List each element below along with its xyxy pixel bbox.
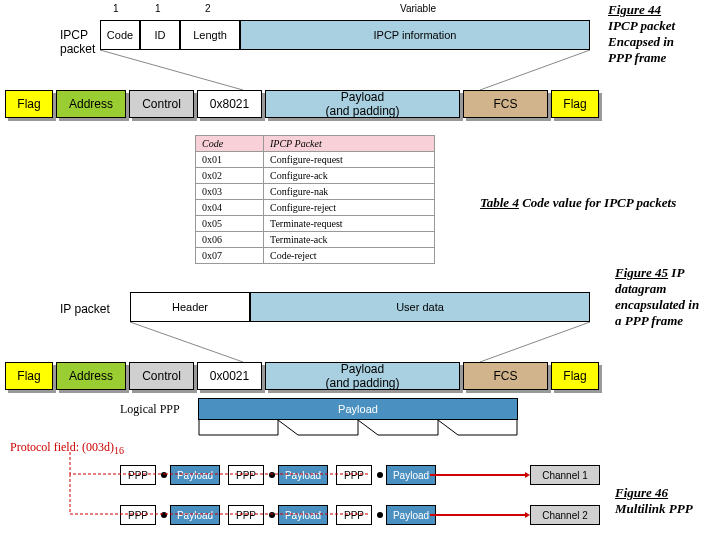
ipcp-info: IPCP information	[240, 20, 590, 50]
v5: Terminate-ack	[264, 232, 435, 248]
fig44-l2: Encapsed in	[608, 34, 718, 50]
fig45-l1: IP	[671, 265, 684, 280]
tick-var: Variable	[400, 3, 436, 14]
ipcp-code: Code	[100, 20, 140, 50]
f2-flag1: Flag	[5, 362, 53, 390]
f1-address: Address	[56, 90, 126, 118]
c5: 0x06	[196, 232, 264, 248]
table-row: 0x04Configure-reject	[196, 200, 435, 216]
table-row: 0x01Configure-request	[196, 152, 435, 168]
v0: Configure-request	[264, 152, 435, 168]
ip-userdata: User data	[250, 292, 590, 322]
f1-fcs: FCS	[463, 90, 548, 118]
code-table: CodeIPCP Packet 0x01Configure-request 0x…	[195, 135, 435, 264]
ipcp-length: Length	[180, 20, 240, 50]
v1: Configure-ack	[264, 168, 435, 184]
table-row: 0x02Configure-ack	[196, 168, 435, 184]
v4: Terminate-request	[264, 216, 435, 232]
v3: Configure-reject	[264, 200, 435, 216]
th-pkt: IPCP Packet	[264, 136, 435, 152]
svg-line-2	[130, 322, 243, 362]
f2-fcs: FCS	[463, 362, 548, 390]
table-row: 0x07Code-reject	[196, 248, 435, 264]
fig45-l3: encapsulated in	[615, 297, 720, 313]
f1-control: Control	[129, 90, 194, 118]
trapezoid-1	[0, 50, 720, 90]
tick-1b: 1	[155, 3, 161, 14]
svg-line-1	[480, 50, 590, 90]
svg-line-0	[100, 50, 243, 90]
fig46-l1: Multilink PPP	[615, 501, 720, 517]
f1-payload: Payload (and padding)	[265, 90, 460, 118]
f2-address: Address	[56, 362, 126, 390]
table-row: 0x03Configure-nak	[196, 184, 435, 200]
svg-line-6	[278, 420, 298, 435]
fig44-title: Figure 44	[608, 2, 718, 18]
arrow-ch1	[430, 472, 530, 482]
ip-header: Header	[130, 292, 250, 322]
c6: 0x07	[196, 248, 264, 264]
fig44-l1: IPCP packet	[608, 18, 718, 34]
v6: Code-reject	[264, 248, 435, 264]
f2-proto: 0x0021	[197, 362, 262, 390]
fig46-caption: Figure 46 Multilink PPP	[615, 485, 720, 517]
svg-line-3	[480, 322, 590, 362]
ip-packet-label: IP packet	[60, 302, 110, 316]
logical-ppp-label: Logical PPP	[120, 402, 180, 417]
proto-connectors	[10, 452, 430, 527]
fig45-title: Figure 45	[615, 265, 668, 280]
c0: 0x01	[196, 152, 264, 168]
ipcp-id: ID	[140, 20, 180, 50]
t4a: Table 4	[480, 195, 519, 210]
fig45-l2: datagram	[615, 281, 720, 297]
v2: Configure-nak	[264, 184, 435, 200]
f2-control: Control	[129, 362, 194, 390]
f2-payload: Payload (and padding)	[265, 362, 460, 390]
payload-split-lines	[198, 420, 518, 445]
svg-line-10	[438, 420, 458, 435]
t4b: Code value for IPCP packets	[519, 195, 676, 210]
arrow-ch2	[430, 512, 530, 522]
trapezoid-2	[0, 322, 720, 362]
table-row: 0x06Terminate-ack	[196, 232, 435, 248]
f1-proto: 0x8021	[197, 90, 262, 118]
c4: 0x05	[196, 216, 264, 232]
table-row: 0x05Terminate-request	[196, 216, 435, 232]
c3: 0x04	[196, 200, 264, 216]
svg-line-8	[358, 420, 378, 435]
tick-2: 2	[205, 3, 211, 14]
c1: 0x02	[196, 168, 264, 184]
table4-caption: Table 4 Code value for IPCP packets	[480, 195, 676, 211]
fig46-title: Figure 46	[615, 485, 720, 501]
f1-flag1: Flag	[5, 90, 53, 118]
f1-flag2: Flag	[551, 90, 599, 118]
logical-payload: Payload	[198, 398, 518, 420]
channel-2: Channel 2	[530, 505, 600, 525]
channel-1: Channel 1	[530, 465, 600, 485]
c2: 0x03	[196, 184, 264, 200]
th-code: Code	[196, 136, 264, 152]
fig45-caption: Figure 45 IP datagram encapsulated in a …	[615, 265, 720, 329]
tick-1a: 1	[113, 3, 119, 14]
f2-flag2: Flag	[551, 362, 599, 390]
